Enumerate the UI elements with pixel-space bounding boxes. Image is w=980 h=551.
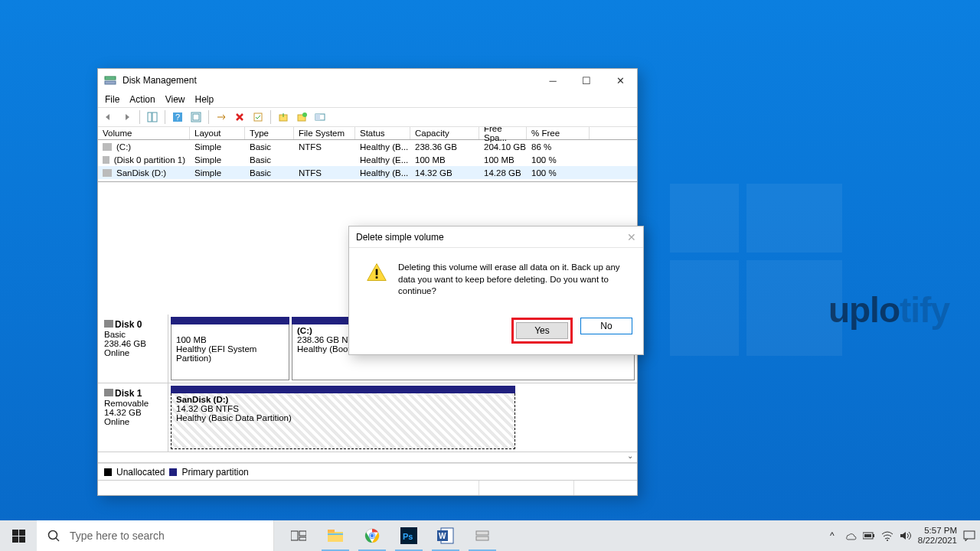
svg-rect-3 [152, 112, 157, 122]
chrome-app[interactable] [354, 520, 390, 551]
col-volume[interactable]: Volume [98, 127, 190, 139]
yes-button[interactable]: Yes [516, 322, 568, 339]
svg-rect-18 [12, 536, 18, 543]
dialog-message: Deleting this volume will erase all data… [398, 262, 629, 298]
volume-icon [103, 156, 109, 164]
refresh-button[interactable] [188, 109, 204, 125]
tray-clock[interactable]: 5:57 PM 8/22/2021 [918, 526, 957, 546]
svg-rect-25 [328, 530, 335, 533]
legend: Unallocated Primary partition [98, 463, 637, 480]
tray-chevron-icon[interactable]: ^ [826, 530, 838, 542]
task-view-button[interactable] [280, 520, 317, 551]
close-button[interactable]: ✕ [603, 69, 637, 92]
col-layout[interactable]: Layout [190, 127, 245, 139]
svg-rect-39 [873, 534, 874, 537]
tray-wifi-icon[interactable] [881, 530, 893, 542]
tray-battery-icon[interactable] [863, 530, 875, 542]
svg-rect-7 [193, 114, 199, 120]
svg-point-41 [887, 540, 888, 541]
dialog-title: Delete simple volume [356, 232, 620, 243]
svg-rect-1 [105, 81, 116, 84]
search-box[interactable]: Type here to search [37, 520, 274, 551]
help-button[interactable]: ? [170, 109, 185, 125]
disk0-partition1[interactable]: 100 MB Healthy (EFI System Partition) [171, 317, 289, 380]
grid-row[interactable]: (C:) Simple Basic NTFS Healthy (B... 238… [98, 140, 637, 153]
search-placeholder: Type here to search [70, 530, 165, 542]
grid-row[interactable]: SanDisk (D:) Simple Basic NTFS Healthy (… [98, 166, 637, 179]
svg-rect-42 [964, 531, 975, 539]
window-title: Disk Management [122, 75, 536, 86]
action2-button[interactable] [294, 109, 309, 125]
volume-icon [103, 143, 112, 151]
disk-icon [104, 320, 113, 328]
svg-rect-40 [864, 534, 871, 537]
menubar: File Action View Help [98, 92, 637, 107]
desktop: uplotify Disk Management ─ ☐ ✕ File Acti… [0, 0, 980, 551]
vol-name: (C:) [116, 142, 131, 152]
svg-text:W: W [439, 532, 446, 540]
maximize-button[interactable]: ☐ [570, 69, 603, 92]
col-capacity[interactable]: Capacity [410, 127, 479, 139]
disk1-partition1[interactable]: SanDisk (D:) 14.32 GB NTFS Healthy (Basi… [171, 386, 515, 449]
action1-button[interactable] [276, 109, 291, 125]
col-status[interactable]: Status [355, 127, 410, 139]
photoshop-app[interactable]: Ps [390, 520, 427, 551]
no-button[interactable]: No [580, 318, 632, 334]
warning-icon [366, 262, 387, 283]
svg-point-11 [302, 112, 307, 117]
app-icon [104, 74, 116, 86]
show-hide-button[interactable] [145, 109, 160, 125]
forward-button[interactable] [119, 109, 135, 125]
tray-volume-icon[interactable] [900, 530, 912, 542]
menu-view[interactable]: View [165, 94, 185, 105]
properties-button[interactable] [250, 109, 266, 125]
svg-text:?: ? [175, 112, 180, 122]
disk1-label[interactable]: Disk 1 Removable 14.32 GB Online [98, 383, 168, 452]
tray-notifications-icon[interactable] [963, 530, 975, 542]
vol-name: SanDisk (D:) [116, 168, 166, 178]
menu-help[interactable]: Help [195, 94, 214, 105]
back-button[interactable] [101, 109, 116, 125]
svg-text:Ps: Ps [403, 532, 413, 541]
delete-volume-dialog: Delete simple volume ✕ Deleting this vol… [348, 226, 644, 355]
svg-rect-15 [376, 276, 378, 279]
svg-rect-26 [328, 533, 343, 535]
legend-primary: Primary partition [181, 467, 248, 478]
windows-logo-bg [670, 184, 842, 356]
menu-action[interactable]: Action [129, 94, 155, 105]
menu-file[interactable]: File [105, 94, 119, 105]
svg-rect-2 [148, 112, 152, 122]
svg-rect-17 [19, 530, 25, 536]
dialog-titlebar[interactable]: Delete simple volume ✕ [349, 227, 643, 248]
delete-button[interactable] [232, 109, 247, 125]
minimize-button[interactable]: ─ [536, 69, 570, 92]
svg-rect-19 [19, 536, 25, 543]
disk0-label[interactable]: Disk 0 Basic 238.46 GB Online [98, 315, 168, 383]
grid-header: Volume Layout Type File System Status Ca… [98, 127, 637, 140]
titlebar[interactable]: Disk Management ─ ☐ ✕ [98, 69, 637, 92]
start-button[interactable] [0, 520, 37, 551]
legend-unallocated: Unallocated [116, 467, 165, 478]
toolbar: ? [98, 107, 637, 127]
col-freespace[interactable]: Free Spa... [479, 127, 527, 139]
svg-rect-24 [328, 532, 343, 542]
word-app[interactable]: W [427, 520, 464, 551]
grid-row[interactable]: (Disk 0 partition 1) Simple Basic Health… [98, 153, 637, 166]
diskmgmt-app[interactable] [464, 520, 501, 551]
col-filesystem[interactable]: File System [294, 127, 355, 139]
legend-primary-swatch [169, 468, 177, 476]
settings-button[interactable] [214, 109, 229, 125]
disk1-row: Disk 1 Removable 14.32 GB Online SanDisk… [98, 383, 637, 452]
watermark: uplotify [828, 289, 949, 331]
scroll-down[interactable]: ⌄ [625, 450, 635, 461]
volume-icon [103, 169, 112, 177]
tray-onedrive-icon[interactable] [844, 530, 857, 542]
svg-rect-14 [376, 269, 378, 276]
taskbar: Type here to search Ps W ^ 5:57 PM 8/22/… [0, 520, 980, 551]
action3-button[interactable] [312, 109, 328, 125]
disk-icon [104, 389, 113, 396]
dialog-close-button[interactable]: ✕ [620, 231, 643, 243]
col-pctfree[interactable]: % Free [527, 127, 590, 139]
explorer-app[interactable] [317, 520, 354, 551]
col-type[interactable]: Type [245, 127, 294, 139]
